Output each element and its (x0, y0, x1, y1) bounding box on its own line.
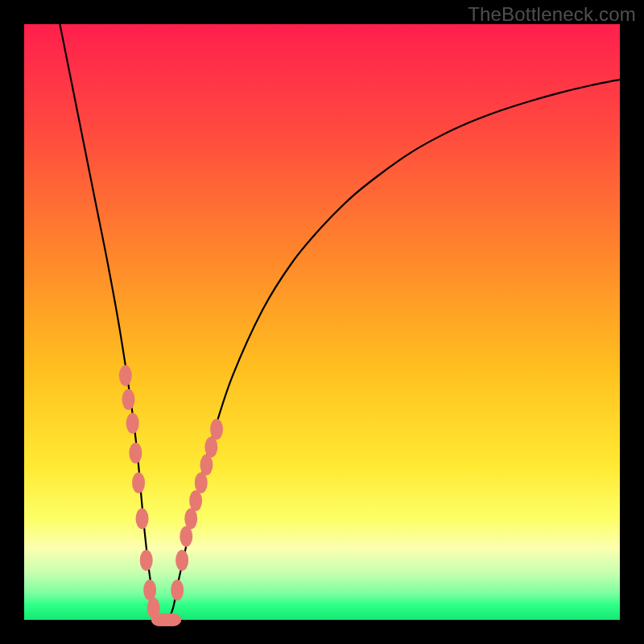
bottleneck-curve (60, 24, 620, 621)
outer-frame: TheBottleneck.com (0, 0, 644, 644)
curve-marker (195, 473, 208, 493)
curve-marker (132, 473, 145, 493)
curve-marker (210, 419, 223, 440)
curve-marker (126, 413, 139, 434)
watermark-text: TheBottleneck.com (468, 3, 636, 26)
curve-markers (119, 365, 223, 626)
curve-marker (189, 490, 202, 511)
curve-marker (140, 550, 153, 571)
curve-marker (129, 443, 142, 464)
curve-marker (204, 436, 217, 457)
curve-marker (163, 613, 181, 626)
curve-marker (175, 550, 188, 571)
curve-marker (143, 580, 156, 601)
curve-marker (200, 455, 213, 476)
curve-marker (122, 389, 135, 410)
curve-marker (180, 526, 192, 547)
plot-overlay (24, 24, 620, 620)
curve-marker (184, 508, 197, 529)
curve-marker (119, 365, 132, 386)
curve-marker (171, 580, 184, 601)
curve-marker (136, 508, 149, 529)
